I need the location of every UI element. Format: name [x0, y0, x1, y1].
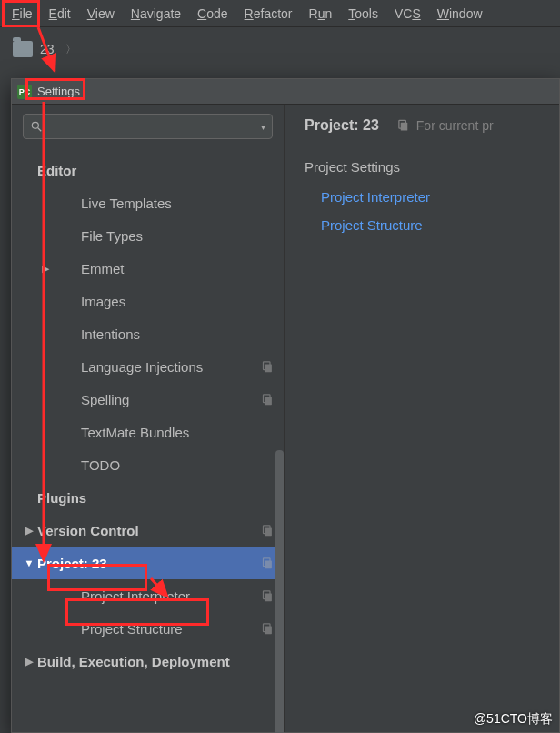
svg-rect-2: [265, 364, 272, 372]
content-title: Project: 23: [305, 117, 379, 134]
pycharm-icon: PC: [17, 85, 32, 99]
svg-line-1: [38, 128, 42, 132]
tree-item-label: TODO: [54, 457, 275, 473]
scrollbar-thumb[interactable]: [275, 450, 284, 733]
menu-edit[interactable]: Edit: [43, 4, 77, 24]
breadcrumb-bar: 23 〉: [0, 27, 560, 71]
settings-content: Project: 23 For current pr Project Setti…: [285, 105, 559, 732]
expand-arrow-icon: ▶: [21, 525, 37, 537]
dialog-titlebar: PC Settings: [12, 79, 559, 105]
link-project-interpreter[interactable]: Project Interpreter: [305, 186, 550, 208]
per-project-icon: [261, 557, 275, 570]
dialog-title: Settings: [37, 85, 80, 98]
tree-item-label: Project Interpreter: [54, 588, 261, 604]
menu-window[interactable]: Window: [431, 4, 489, 24]
svg-rect-6: [265, 527, 272, 536]
tree-item-editor[interactable]: Editor: [12, 154, 284, 186]
tree-item-intentions[interactable]: Intentions: [12, 317, 284, 350]
per-project-icon: [261, 622, 275, 636]
menu-refactor[interactable]: Refactor: [238, 4, 299, 24]
tree-item-label: TextMate Bundles: [54, 425, 275, 440]
link-project-structure[interactable]: Project Structure: [305, 214, 550, 236]
tree-item-project-interpreter[interactable]: Project Interpreter: [12, 579, 284, 612]
expand-arrow-icon: ▶: [21, 656, 37, 668]
tree-item-label: Spelling: [54, 392, 261, 407]
tree-item-version-control[interactable]: ▶Version Control: [12, 514, 284, 547]
menu-navigate[interactable]: Navigate: [125, 4, 187, 24]
menu-vcs[interactable]: VCS: [388, 4, 427, 24]
svg-rect-12: [265, 626, 272, 634]
tree-item-label: Emmet: [54, 261, 275, 276]
tree-item-label: Live Templates: [54, 196, 275, 211]
breadcrumb-project[interactable]: 23: [40, 42, 55, 56]
per-project-icon: [261, 393, 275, 407]
tree-item-file-types[interactable]: File Types: [12, 219, 284, 252]
per-project-icon: [261, 524, 275, 537]
tree-item-label: File Types: [54, 228, 275, 244]
tree-item-label: Build, Execution, Deployment: [37, 654, 275, 669]
section-heading: Project Settings: [305, 159, 550, 175]
tree-item-project-23[interactable]: ▼Project: 23: [12, 547, 284, 579]
tree-item-label: Project: 23: [37, 556, 261, 571]
per-project-icon: [261, 589, 275, 603]
tree-item-label: Language Injections: [54, 359, 261, 375]
expand-arrow-icon: ▶: [37, 263, 54, 275]
search-icon: [30, 120, 43, 133]
tree-item-label: Images: [54, 294, 275, 309]
tree-item-project-structure[interactable]: Project Structure: [12, 612, 284, 645]
folder-icon: [13, 41, 33, 57]
tree-item-language-injections[interactable]: Language Injections: [12, 350, 284, 383]
scope-indicator[interactable]: For current pr: [397, 118, 494, 133]
menu-tools[interactable]: Tools: [342, 4, 385, 24]
watermark: @51CTO博客: [474, 711, 553, 728]
menubar: File Edit View Navigate Code Refactor Ru…: [0, 0, 560, 27]
chevron-right-icon: 〉: [65, 42, 76, 57]
tree-item-label: Editor: [37, 163, 275, 178]
svg-rect-8: [265, 560, 272, 568]
expand-arrow-icon: ▼: [21, 557, 37, 568]
svg-rect-10: [265, 593, 272, 601]
settings-tree: EditorLive TemplatesFile Types▶EmmetImag…: [12, 148, 284, 732]
menu-run[interactable]: Run: [303, 4, 339, 24]
copy-icon: [397, 119, 411, 133]
settings-search-input[interactable]: [23, 114, 273, 139]
tree-item-textmate-bundles[interactable]: TextMate Bundles: [12, 416, 284, 448]
tree-item-spelling[interactable]: Spelling: [12, 383, 284, 416]
tree-item-label: Version Control: [37, 523, 261, 538]
search-dropdown-icon[interactable]: ▾: [261, 122, 265, 132]
svg-point-0: [32, 122, 38, 128]
tree-item-images[interactable]: Images: [12, 285, 284, 317]
per-project-icon: [261, 360, 275, 374]
menu-file[interactable]: File: [5, 4, 39, 24]
tree-item-label: Project Structure: [54, 621, 261, 637]
menu-view[interactable]: View: [81, 4, 121, 24]
tree-item-label: Plugins: [37, 490, 275, 506]
tree-item-emmet[interactable]: ▶Emmet: [12, 252, 284, 285]
tree-item-label: Intentions: [54, 326, 275, 342]
settings-dialog: PC Settings ▾ EditorLive TemplatesFile T…: [11, 78, 560, 733]
svg-rect-4: [265, 397, 272, 405]
menu-code[interactable]: Code: [191, 4, 234, 24]
tree-item-build-execution-deployment[interactable]: ▶Build, Execution, Deployment: [12, 645, 284, 678]
tree-item-live-templates[interactable]: Live Templates: [12, 186, 284, 219]
svg-rect-14: [401, 122, 408, 130]
tree-item-plugins[interactable]: Plugins: [12, 481, 284, 514]
settings-sidebar: ▾ EditorLive TemplatesFile Types▶EmmetIm…: [12, 105, 285, 732]
tree-item-todo[interactable]: TODO: [12, 448, 284, 481]
